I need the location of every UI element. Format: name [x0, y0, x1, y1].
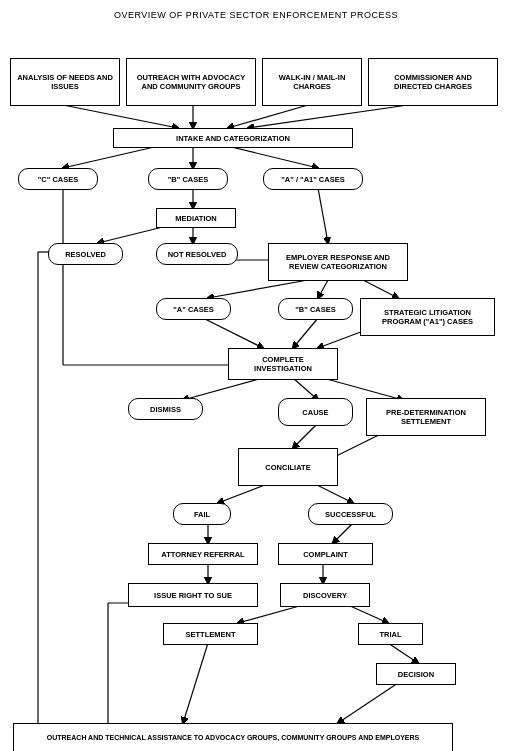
svg-line-13 [208, 280, 308, 298]
svg-line-35 [338, 683, 398, 723]
svg-line-36 [183, 643, 208, 723]
attorney-referral-box: ATTORNEY REFERRAL [148, 543, 258, 565]
svg-line-7 [223, 145, 318, 168]
c-cases-box: "C" CASES [18, 168, 98, 190]
svg-line-5 [63, 145, 163, 168]
svg-line-33 [348, 605, 388, 623]
svg-line-15 [363, 280, 398, 298]
predetermination-box: PRE-DETERMINATION SETTLEMENT [366, 398, 486, 436]
complaint-box: COMPLAINT [278, 543, 373, 565]
settlement-box: SETTLEMENT [163, 623, 258, 645]
svg-line-22 [293, 378, 318, 400]
strategic-box: STRATEGIC LITIGATION PROGRAM ("A1") CASE… [360, 298, 495, 336]
successful-box: SUCCESSFUL [308, 503, 393, 525]
flowchart: ANALYSIS OF NEEDS AND ISSUES OUTREACH WI… [8, 30, 504, 751]
commissioner-box: COMMISSIONER AND DIRECTED CHARGES [368, 58, 498, 106]
b-cases-1-box: "B" CASES [148, 168, 228, 190]
svg-line-1 [63, 105, 178, 128]
outreach-top-box: OUTREACH WITH ADVOCACY AND COMMUNITY GRO… [126, 58, 256, 106]
page: OVERVIEW OF PRIVATE SECTOR ENFORCEMENT P… [0, 0, 512, 751]
svg-line-29 [333, 523, 353, 543]
svg-line-24 [293, 423, 318, 448]
svg-line-17 [293, 318, 318, 348]
svg-line-26 [218, 483, 270, 503]
cause-box: CAUSE [278, 398, 353, 426]
resolved-box: RESOLVED [48, 243, 123, 265]
svg-line-11 [318, 188, 328, 243]
fail-box: FAIL [173, 503, 231, 525]
decision-box: DECISION [376, 663, 456, 685]
analysis-box: ANALYSIS OF NEEDS AND ISSUES [10, 58, 120, 106]
conciliate-box: CONCILIATE [238, 448, 338, 486]
main-title: OVERVIEW OF PRIVATE SECTOR ENFORCEMENT P… [8, 10, 504, 20]
mediation-box: MEDIATION [156, 208, 236, 228]
discovery-box: DISCOVERY [280, 583, 370, 607]
svg-line-34 [388, 643, 418, 663]
complete-invest-box: COMPLETE INVESTIGATION [228, 348, 338, 380]
svg-line-23 [323, 378, 403, 400]
issue-right-box: ISSUE RIGHT TO SUE [128, 583, 258, 607]
outreach-bottom-box: OUTREACH AND TECHNICAL ASSISTANCE TO ADV… [13, 723, 453, 751]
a-cases-top-box: "A" / "A1" CASES [263, 168, 363, 190]
employer-response-box: EMPLOYER RESPONSE AND REVIEW CATEGORIZAT… [268, 243, 408, 281]
intake-box: INTAKE AND CATEGORIZATION [113, 128, 353, 148]
dismiss-box: DISMISS [128, 398, 203, 420]
svg-line-16 [203, 318, 263, 348]
walkin-box: WALK-IN / MAIL-IN CHARGES [262, 58, 362, 106]
svg-line-3 [228, 105, 308, 128]
svg-line-14 [318, 280, 328, 298]
not-resolved-box: NOT RESOLVED [156, 243, 238, 265]
b-cases-2-box: "B" CASES [278, 298, 353, 320]
svg-line-4 [248, 105, 408, 128]
a-cases-2-box: "A" CASES [156, 298, 231, 320]
svg-line-27 [313, 483, 353, 503]
trial-box: TRIAL [358, 623, 423, 645]
svg-line-21 [183, 378, 263, 400]
svg-line-32 [238, 605, 303, 623]
